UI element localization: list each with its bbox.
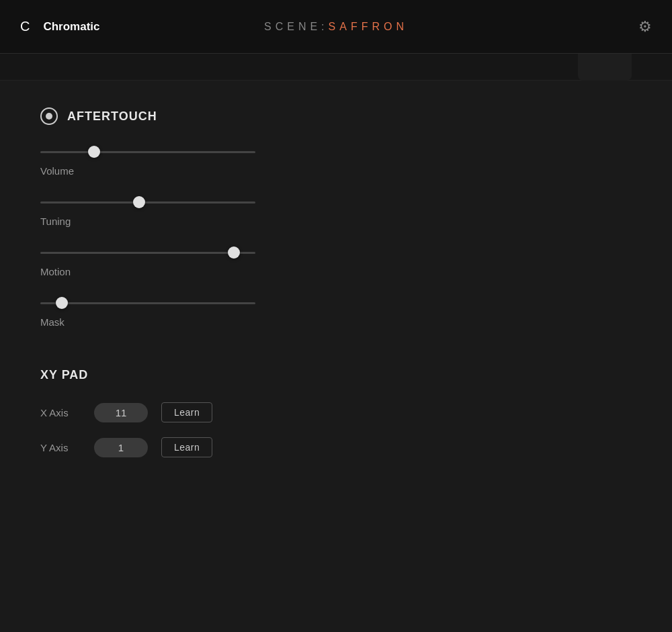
header-left: C Chromatic [20, 19, 100, 34]
aftertouch-radio-icon[interactable] [40, 107, 58, 125]
scene-value: SAFFRON [329, 21, 408, 32]
mask-slider-track-container[interactable] [40, 296, 255, 310]
header: C Chromatic SCENE:SAFFRON ⚙ [0, 0, 672, 54]
gear-icon[interactable]: ⚙ [638, 18, 652, 36]
aftertouch-title-row: AFTERTOUCH [40, 107, 632, 125]
x-axis-value[interactable]: 11 [94, 403, 148, 422]
motion-slider-item: Motion [40, 246, 269, 277]
volume-slider-track [40, 151, 255, 153]
radio-inner-dot [46, 113, 52, 120]
header-scene: SCENE:SAFFRON [264, 21, 408, 33]
tuning-slider-track-container[interactable] [40, 195, 255, 209]
y-axis-row: Y Axis 1 Learn [40, 437, 632, 457]
x-axis-learn-button[interactable]: Learn [161, 402, 212, 422]
sub-header [0, 54, 672, 81]
x-axis-row: X Axis 11 Learn [40, 402, 632, 422]
volume-slider-thumb[interactable] [88, 146, 100, 158]
aftertouch-section: AFTERTOUCH Volume Tuning [40, 107, 632, 328]
scene-prefix: SCENE: [264, 21, 329, 32]
y-axis-learn-button[interactable]: Learn [161, 437, 212, 457]
volume-slider-label: Volume [40, 165, 269, 177]
x-axis-label: X Axis [40, 407, 81, 418]
motion-slider-label: Motion [40, 266, 269, 277]
tuning-slider-track [40, 201, 255, 204]
aftertouch-sliders: Volume Tuning Motion [40, 145, 269, 328]
xy-pad-title: XY PAD [40, 368, 632, 382]
motion-slider-track [40, 252, 255, 254]
xy-pad-section: XY PAD X Axis 11 Learn Y Axis 1 Learn [40, 368, 632, 457]
motion-slider-thumb[interactable] [228, 246, 240, 259]
y-axis-label: Y Axis [40, 442, 81, 453]
tuning-slider-item: Tuning [40, 195, 269, 227]
motion-slider-track-container[interactable] [40, 246, 255, 259]
main-content: AFTERTOUCH Volume Tuning [0, 81, 672, 499]
sub-header-bump [578, 54, 632, 81]
mask-slider-thumb[interactable] [56, 297, 68, 309]
volume-slider-item: Volume [40, 145, 269, 177]
mask-slider-item: Mask [40, 296, 269, 328]
tuning-slider-label: Tuning [40, 216, 269, 227]
tuning-slider-thumb[interactable] [133, 196, 145, 208]
y-axis-value[interactable]: 1 [94, 438, 148, 457]
volume-slider-track-container[interactable] [40, 145, 255, 159]
mask-slider-label: Mask [40, 316, 269, 328]
header-chromatic-label: Chromatic [43, 20, 99, 34]
aftertouch-title: AFTERTOUCH [67, 109, 157, 124]
mask-slider-track [40, 302, 255, 304]
header-c-label: C [20, 19, 30, 34]
